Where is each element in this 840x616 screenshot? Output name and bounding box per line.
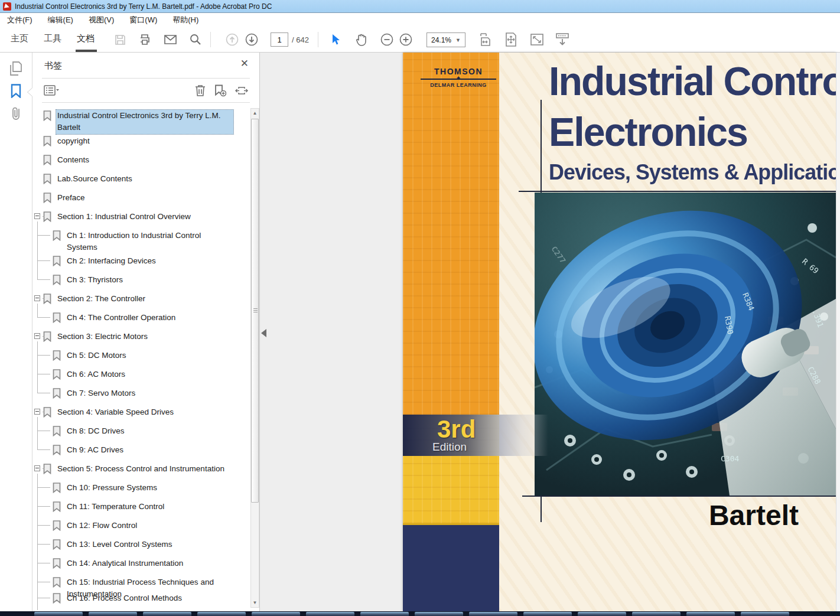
bookmark-item[interactable]: Ch 9: AC Drives <box>32 443 248 462</box>
title-bar[interactable]: Industrial Control Electronics 3rd by Te… <box>0 0 840 13</box>
bookmark-label[interactable]: Section 1: Industrial Control Overview <box>56 211 193 223</box>
expand-bookmarks-icon[interactable] <box>233 82 250 99</box>
bookmark-item[interactable]: Ch 7: Servo Motors <box>32 386 248 405</box>
bookmark-item[interactable]: Preface <box>32 191 248 210</box>
bookmark-item[interactable]: Ch 3: Thyristors <box>32 273 248 292</box>
page-number-input[interactable] <box>271 32 288 47</box>
bookmark-label[interactable]: Ch 12: Flow Control <box>66 520 139 532</box>
bookmark-label[interactable]: Section 5: Process Control and Instrumen… <box>56 463 226 475</box>
bookmark-label[interactable]: Ch 13: Level Control Systems <box>66 539 174 551</box>
bookmark-label[interactable]: Ch 14: Analytical Instrumentation <box>66 558 185 570</box>
taskbar-window-button-edge[interactable] <box>415 612 463 616</box>
fit-page-icon[interactable] <box>502 31 520 48</box>
bookmark-item[interactable]: Ch 4: The Controller Operation <box>32 311 248 330</box>
bookmark-label[interactable]: Section 3: Electric Motors <box>56 331 149 343</box>
taskbar-window-button-edge[interactable] <box>686 612 735 616</box>
bookmark-item[interactable]: Industrial Control Electronics 3rd by Te… <box>32 109 248 134</box>
new-bookmark-icon[interactable] <box>212 82 229 99</box>
bookmark-item[interactable]: Section 1: Industrial Control Overview <box>32 210 248 229</box>
menu-edit[interactable]: 编辑(E) <box>48 15 73 25</box>
bookmark-label[interactable]: Ch 4: The Controller Operation <box>66 312 177 324</box>
bookmark-label[interactable]: Section 2: The Controller <box>56 293 147 305</box>
print-icon[interactable] <box>136 31 154 48</box>
taskbar-window-button-edge[interactable] <box>89 612 137 616</box>
bookmark-label[interactable]: Ch 16: Process Control Methods <box>66 592 184 605</box>
menu-file[interactable]: 文件(F) <box>7 15 32 25</box>
windows-taskbar-edge[interactable] <box>0 611 840 616</box>
email-icon[interactable] <box>161 31 179 48</box>
bookmark-item[interactable]: Ch 8: DC Drives <box>32 424 248 443</box>
bookmark-item[interactable]: Ch 10: Pressure Systems <box>32 481 248 500</box>
menu-view[interactable]: 视图(V) <box>89 15 114 25</box>
fit-width-icon[interactable] <box>476 31 494 48</box>
bookmark-label[interactable]: Ch 10: Pressure Systems <box>66 482 159 494</box>
collapse-minus-icon[interactable] <box>34 333 40 339</box>
page-up-icon[interactable] <box>223 31 241 48</box>
attachments-icon[interactable] <box>7 105 25 122</box>
bookmark-item[interactable]: Lab.Source Contents <box>32 172 248 191</box>
hand-tool-icon[interactable] <box>353 31 370 48</box>
bookmark-item[interactable]: Ch 13: Level Control Systems <box>32 537 248 556</box>
bookmarks-icon[interactable] <box>7 82 25 100</box>
bookmark-label[interactable]: Industrial Control Electronics 3rd by Te… <box>56 110 233 134</box>
taskbar-window-button-edge[interactable] <box>632 612 681 616</box>
taskbar-window-button-edge[interactable] <box>741 612 789 616</box>
tab-tools[interactable]: 工具 <box>44 33 61 44</box>
bookmark-label[interactable]: Lab.Source Contents <box>56 173 134 185</box>
close-icon[interactable]: ✕ <box>240 58 249 69</box>
menu-help[interactable]: 帮助(H) <box>172 15 198 25</box>
taskbar-window-button-edge[interactable] <box>197 612 246 616</box>
tab-home[interactable]: 主页 <box>11 33 28 44</box>
bookmark-item[interactable]: Section 5: Process Control and Instrumen… <box>32 462 248 481</box>
tab-document[interactable]: 文档 <box>77 33 95 44</box>
bookmark-label[interactable]: Preface <box>56 192 87 204</box>
bookmark-label[interactable]: Ch 8: DC Drives <box>66 425 126 438</box>
bookmark-label[interactable]: copyright <box>56 135 92 148</box>
bookmark-label[interactable]: Ch 7: Servo Motors <box>66 387 137 400</box>
bookmark-item[interactable]: Ch 12: Flow Control <box>32 519 248 537</box>
collapse-minus-icon[interactable] <box>34 465 40 471</box>
bookmark-label[interactable]: Ch 6: AC Motors <box>66 369 127 381</box>
page-thumbnails-icon[interactable] <box>7 60 25 77</box>
collapse-minus-icon[interactable] <box>34 213 40 219</box>
collapse-minus-icon[interactable] <box>34 409 40 415</box>
taskbar-window-button-edge[interactable] <box>306 612 354 616</box>
bookmark-item[interactable]: copyright <box>32 134 248 153</box>
taskbar-window-button-edge[interactable] <box>523 612 572 616</box>
document-scrollbar[interactable] <box>836 53 840 611</box>
select-tool-icon[interactable] <box>327 31 345 48</box>
bookmark-label[interactable]: Ch 11: Temperature Control <box>66 501 166 513</box>
taskbar-window-button-edge[interactable] <box>360 612 409 616</box>
taskbar-window-button-edge[interactable] <box>143 612 191 616</box>
scrollbar-thumb[interactable] <box>251 119 259 503</box>
bookmark-item[interactable]: Section 4: Variable Speed Drives <box>32 405 248 424</box>
bookmark-item[interactable]: Ch 6: AC Motors <box>32 367 248 386</box>
taskbar-window-button-edge[interactable] <box>252 612 300 616</box>
panel-collapse-icon[interactable] <box>261 329 266 337</box>
search-icon[interactable] <box>187 31 204 48</box>
bookmark-item[interactable]: Ch 16: Process Control Methods <box>32 591 248 610</box>
zoom-out-icon[interactable] <box>378 31 396 48</box>
menu-window[interactable]: 窗口(W) <box>129 15 157 25</box>
bookmark-label[interactable]: Ch 2: Interfacing Devices <box>66 255 158 268</box>
bookmark-item[interactable]: Ch 11: Temperature Control <box>32 500 248 519</box>
bookmark-item[interactable]: Contents <box>32 153 248 172</box>
bookmark-item[interactable]: Ch 2: Interfacing Devices <box>32 254 248 273</box>
bookmark-label[interactable]: Ch 5: DC Motors <box>66 350 128 362</box>
scroll-up-icon[interactable]: ▲ <box>251 109 259 118</box>
zoom-in-icon[interactable] <box>397 31 415 48</box>
taskbar-window-button-edge[interactable] <box>34 612 83 616</box>
save-icon[interactable] <box>111 31 129 48</box>
bookmark-item[interactable]: Section 2: The Controller <box>32 292 248 311</box>
bookmark-item[interactable]: Ch 14: Analytical Instrumentation <box>32 556 248 575</box>
collapse-minus-icon[interactable] <box>34 295 40 301</box>
bookmark-item[interactable]: Ch 5: DC Motors <box>32 348 248 367</box>
bookmark-label[interactable]: Section 4: Variable Speed Drives <box>56 406 175 419</box>
bookmark-item[interactable]: Section 3: Electric Motors <box>32 330 248 348</box>
scroll-down-icon[interactable]: ▼ <box>251 598 259 607</box>
bookmark-item[interactable]: Ch 1: Introduction to Industrial Control… <box>32 229 248 254</box>
taskbar-window-button-edge[interactable] <box>578 612 626 616</box>
reading-mode-icon[interactable] <box>554 31 571 48</box>
zoom-level-select[interactable]: 24.1% ▼ <box>426 32 465 47</box>
page-down-icon[interactable] <box>243 31 261 48</box>
